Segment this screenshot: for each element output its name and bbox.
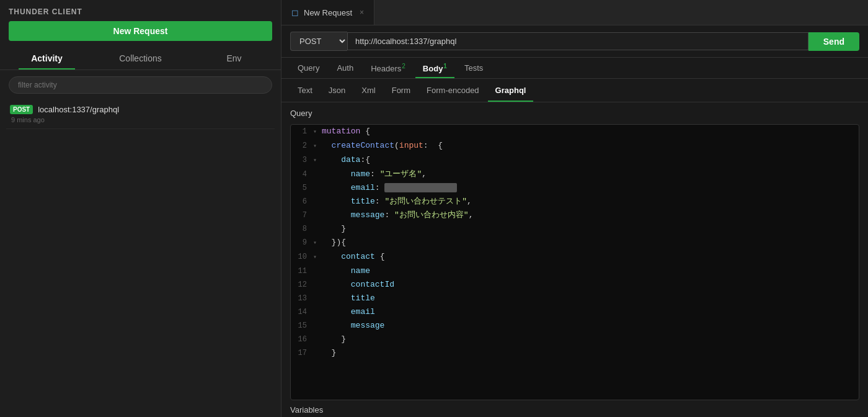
sidebar-tab-activity[interactable]: Activity (0, 47, 94, 70)
app-title: THUNDER CLIENT (0, 0, 281, 21)
variables-label: Variables (281, 400, 868, 417)
tab-headers[interactable]: Headers2 (363, 58, 413, 78)
activity-url: localhost:1337/graphql (38, 105, 119, 114)
new-request-button[interactable]: New Request (9, 21, 272, 41)
sidebar-tabs: Activity Collections Env (0, 47, 281, 70)
code-line: 8 } (291, 222, 859, 236)
url-bar: POST GET PUT PATCH DELETE Send (281, 25, 868, 58)
tab-label: New Request (304, 8, 352, 17)
code-line: 9 ▾ }){ (291, 236, 859, 250)
sidebar: THUNDER CLIENT New Request Activity Coll… (0, 0, 281, 417)
query-section: Query (281, 102, 868, 124)
tab-icon: ◻ (291, 7, 299, 17)
body-tab-form-encoded[interactable]: Form-encoded (419, 83, 487, 98)
query-label: Query (290, 109, 859, 118)
code-line: 12 contactId (291, 278, 859, 292)
request-tabs: Query Auth Headers2 Body1 Tests (281, 58, 868, 79)
code-line: 13 title (291, 292, 859, 305)
code-line: 7 message: "お問い合わせ内容", (291, 208, 859, 222)
code-line: 1 ▾ mutation { (291, 125, 859, 139)
body-tab-text[interactable]: Text (290, 83, 320, 98)
body-tab-form[interactable]: Form (384, 83, 418, 98)
code-line: 10 ▾ contact { (291, 250, 859, 264)
filter-input[interactable] (9, 76, 272, 94)
list-item[interactable]: POST localhost:1337/graphql 9 mins ago (6, 100, 275, 129)
request-tab[interactable]: ◻ New Request × (281, 0, 374, 25)
sidebar-tab-collections[interactable]: Collections (94, 47, 187, 70)
main-panel: ◻ New Request × POST GET PUT PATCH DELET… (281, 0, 868, 417)
body-tabs: Text Json Xml Form Form-encoded Graphql (281, 79, 868, 102)
tab-close-button[interactable]: × (360, 8, 364, 17)
method-select[interactable]: POST GET PUT PATCH DELETE (290, 32, 347, 51)
code-line: 17 } (291, 346, 859, 360)
send-button[interactable]: Send (808, 32, 859, 51)
code-line: 2 ▾ createContact(input: { (291, 139, 859, 153)
code-line: 16 } (291, 333, 859, 346)
body-tab-graphql[interactable]: Graphql (488, 83, 534, 98)
activity-list: POST localhost:1337/graphql 9 mins ago (0, 100, 281, 129)
body-tab-xml[interactable]: Xml (354, 83, 383, 98)
body-tab-json[interactable]: Json (321, 83, 353, 98)
method-badge: POST (10, 105, 33, 114)
tab-auth[interactable]: Auth (329, 58, 361, 78)
code-lines: 1 ▾ mutation { 2 ▾ createContact(input: … (291, 125, 859, 360)
url-input[interactable] (347, 32, 808, 50)
tab-tests[interactable]: Tests (457, 58, 490, 78)
code-line: 11 name (291, 264, 859, 278)
code-line: 14 email (291, 305, 859, 319)
activity-time: 9 mins ago (10, 116, 271, 123)
code-line: 5 email: ███████████████ (291, 181, 859, 195)
code-editor[interactable]: 1 ▾ mutation { 2 ▾ createContact(input: … (290, 124, 859, 400)
code-line: 6 title: "お問い合わせテスト", (291, 195, 859, 208)
code-line: 4 name: "ユーザ名", (291, 168, 859, 181)
code-line: 15 message (291, 319, 859, 333)
tab-bar: ◻ New Request × (281, 0, 868, 25)
tab-query[interactable]: Query (290, 58, 327, 78)
activity-item-row: POST localhost:1337/graphql (10, 105, 271, 114)
sidebar-tab-env[interactable]: Env (187, 47, 281, 70)
code-line: 3 ▾ data:{ (291, 153, 859, 168)
tab-body[interactable]: Body1 (415, 58, 454, 78)
